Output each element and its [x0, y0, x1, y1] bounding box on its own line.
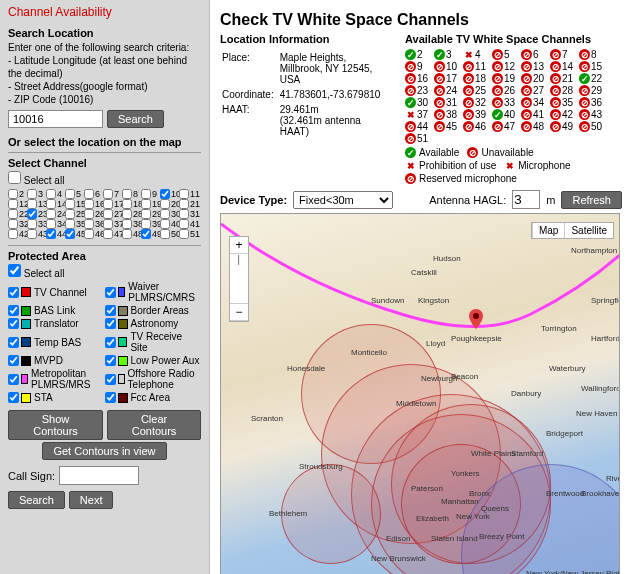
channel-40[interactable]: 40 — [160, 219, 179, 229]
pa-low power aux[interactable]: Low Power Aux — [105, 355, 202, 366]
channel-37[interactable]: 37 — [103, 219, 122, 229]
pa-offshore radio telephone[interactable]: Offshore Radio Telephone — [105, 368, 202, 390]
select-all-protected[interactable]: Select all — [8, 268, 64, 279]
channel-23[interactable]: 23 — [27, 209, 46, 219]
channel-48[interactable]: 48 — [122, 229, 141, 239]
pa-tv receive site[interactable]: TV Receive Site — [105, 331, 202, 353]
channel-50[interactable]: 50 — [160, 229, 179, 239]
pa-tv channel[interactable]: TV Channel — [8, 281, 105, 303]
call-sign-input[interactable] — [59, 466, 139, 485]
search-input[interactable] — [8, 110, 103, 128]
get-contours-button[interactable]: Get Contours in view — [42, 442, 166, 460]
channel-4[interactable]: 4 — [46, 189, 65, 199]
channel-47[interactable]: 47 — [103, 229, 122, 239]
avail-ch-22: ✓22 — [579, 73, 605, 84]
pa-sta[interactable]: STA — [8, 392, 105, 403]
channel-35[interactable]: 35 — [65, 219, 84, 229]
channel-7[interactable]: 7 — [103, 189, 122, 199]
avail-ch-33: ⊘33 — [492, 97, 518, 108]
avail-ch-28: ⊘28 — [550, 85, 576, 96]
channel-9[interactable]: 9 — [141, 189, 160, 199]
pa-metropolitan plmrs/mrs[interactable]: Metropolitan PLMRS/MRS — [8, 368, 105, 390]
avail-ch-20: ⊘20 — [521, 73, 547, 84]
channel-20[interactable]: 20 — [160, 199, 179, 209]
avail-ch-3: ✓3 — [434, 49, 460, 60]
channel-13[interactable]: 13 — [27, 199, 46, 209]
channel-36[interactable]: 36 — [84, 219, 103, 229]
channel-41[interactable]: 41 — [179, 219, 198, 229]
channel-43[interactable]: 43 — [27, 229, 46, 239]
title-link[interactable]: Channel Availability — [8, 5, 201, 19]
avail-ch-23: ⊘23 — [405, 85, 431, 96]
device-type-select[interactable]: Fixed<30m — [293, 191, 393, 209]
channel-31[interactable]: 31 — [179, 209, 198, 219]
channel-22[interactable]: 22 — [8, 209, 27, 219]
zoom-out-icon[interactable]: − — [230, 304, 248, 321]
pa-temp bas[interactable]: Temp BAS — [8, 331, 105, 353]
channel-30[interactable]: 30 — [160, 209, 179, 219]
next-button[interactable]: Next — [69, 491, 114, 509]
pa-border areas[interactable]: Border Areas — [105, 305, 202, 316]
satellite-button[interactable]: Satellite — [564, 223, 613, 238]
map-button[interactable]: Map — [532, 223, 564, 238]
channel-8[interactable]: 8 — [122, 189, 141, 199]
channel-39[interactable]: 39 — [141, 219, 160, 229]
avail-ch-50: ⊘50 — [579, 121, 605, 132]
channel-49[interactable]: 49 — [141, 229, 160, 239]
channel-29[interactable]: 29 — [141, 209, 160, 219]
channel-24[interactable]: 24 — [46, 209, 65, 219]
channel-12[interactable]: 12 — [8, 199, 27, 209]
antenna-unit: m — [546, 194, 555, 206]
pa-fcc area[interactable]: Fcc Area — [105, 392, 202, 403]
avail-ch-45: ⊘45 — [434, 121, 460, 132]
map-type-control[interactable]: Map Satellite — [531, 222, 614, 239]
channel-45[interactable]: 45 — [65, 229, 84, 239]
channel-3[interactable]: 3 — [27, 189, 46, 199]
pa-astronomy[interactable]: Astronomy — [105, 318, 202, 329]
channel-18[interactable]: 18 — [122, 199, 141, 209]
channel-6[interactable]: 6 — [84, 189, 103, 199]
pa-translator[interactable]: Translator — [8, 318, 105, 329]
channel-21[interactable]: 21 — [179, 199, 198, 209]
avail-ch-37: ✖37 — [405, 109, 431, 120]
channel-26[interactable]: 26 — [84, 209, 103, 219]
channel-5[interactable]: 5 — [65, 189, 84, 199]
channel-27[interactable]: 27 — [103, 209, 122, 219]
pa-bas link[interactable]: BAS Link — [8, 305, 105, 316]
channel-16[interactable]: 16 — [84, 199, 103, 209]
map[interactable]: PittsfieldNorthamptonSpringfieldCatskill… — [220, 213, 620, 574]
select-all-channels[interactable]: Select all — [8, 175, 64, 186]
channel-17[interactable]: 17 — [103, 199, 122, 209]
channel-34[interactable]: 34 — [46, 219, 65, 229]
channel-32[interactable]: 32 — [8, 219, 27, 229]
zoom-in-icon[interactable]: + — [230, 237, 248, 254]
clear-contours-button[interactable]: Clear Contours — [107, 410, 201, 440]
channel-15[interactable]: 15 — [65, 199, 84, 209]
city-label: Catskill — [411, 268, 437, 277]
search-button-2[interactable]: Search — [8, 491, 65, 509]
channel-11[interactable]: 11 — [179, 189, 198, 199]
city-label: Manhattan — [441, 497, 479, 506]
antenna-input[interactable] — [512, 190, 540, 209]
channel-28[interactable]: 28 — [122, 209, 141, 219]
channel-46[interactable]: 46 — [84, 229, 103, 239]
zoom-control[interactable]: + │ − — [229, 236, 249, 322]
channel-42[interactable]: 42 — [8, 229, 27, 239]
channel-51[interactable]: 51 — [179, 229, 198, 239]
channel-19[interactable]: 19 — [141, 199, 160, 209]
avail-ch-48: ⊘48 — [521, 121, 547, 132]
pa-waiver plmrs/cmrs[interactable]: Waiver PLMRS/CMRS — [105, 281, 202, 303]
channel-14[interactable]: 14 — [46, 199, 65, 209]
channel-25[interactable]: 25 — [65, 209, 84, 219]
search-button[interactable]: Search — [107, 110, 164, 128]
channel-33[interactable]: 33 — [27, 219, 46, 229]
channel-2[interactable]: 2 — [8, 189, 27, 199]
channel-10[interactable]: 10 — [160, 189, 179, 199]
antenna-label: Antenna HAGL: — [429, 194, 506, 206]
pa-mvpd[interactable]: MVPD — [8, 355, 105, 366]
refresh-button[interactable]: Refresh — [561, 191, 622, 209]
show-contours-button[interactable]: Show Contours — [8, 410, 103, 440]
channel-44[interactable]: 44 — [46, 229, 65, 239]
channel-38[interactable]: 38 — [122, 219, 141, 229]
city-label: Stroudsburg — [299, 462, 343, 471]
